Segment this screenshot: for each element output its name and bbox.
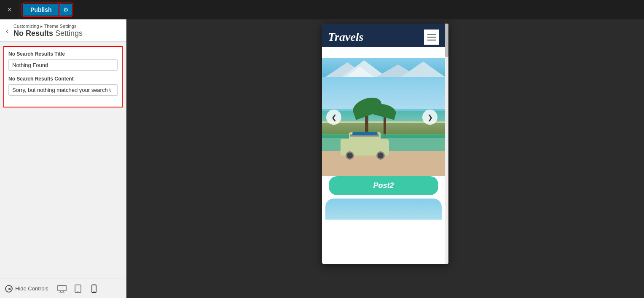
- breadcrumb-theme-settings[interactable]: Theme Settings: [44, 24, 76, 29]
- page-title: No Results Settings: [13, 29, 83, 38]
- device-icons: [56, 283, 100, 295]
- sidebar-header: ‹ Customizing ▸ Theme Settings No Result…: [0, 19, 126, 42]
- scrollbar-thumb: [445, 24, 448, 57]
- close-icon: ×: [7, 5, 12, 14]
- tablet-view-button[interactable]: [72, 283, 84, 295]
- svg-rect-0: [58, 285, 66, 291]
- preview-header: Travels: [322, 24, 445, 47]
- preview-area: Travels transport: [126, 19, 644, 298]
- back-icon: ‹: [6, 27, 8, 35]
- breadcrumb-customizing[interactable]: Customizing: [13, 24, 39, 29]
- palm-tree-2: [384, 105, 386, 138]
- gear-icon: ⚙: [63, 6, 69, 13]
- hide-controls-label: Hide Controls: [15, 285, 48, 292]
- mobile-preview-frame: Travels transport: [322, 24, 448, 264]
- breadcrumb-separator-icon: ▸: [40, 24, 43, 29]
- hide-controls-icon: ◀: [5, 285, 13, 293]
- van: [341, 137, 391, 160]
- preview-scrollbar[interactable]: [445, 24, 448, 264]
- post-caption-text: Post2: [373, 181, 394, 190]
- close-button[interactable]: ×: [0, 0, 19, 19]
- preview-logo: Travels: [328, 30, 364, 44]
- settings-panel: No Search Results Title No Search Result…: [3, 46, 123, 107]
- sidebar: ‹ Customizing ▸ Theme Settings No Result…: [0, 19, 126, 298]
- preview-slider: ❮ ❯: [322, 58, 445, 176]
- content-input[interactable]: [8, 84, 118, 96]
- content-field-label: No Search Results Content: [8, 76, 118, 82]
- preview-content: Travels transport: [322, 24, 445, 220]
- page-title-text: No Results Settings: [13, 29, 83, 38]
- svg-point-7: [94, 291, 94, 292]
- nav-link[interactable]: transport: [322, 47, 445, 58]
- breadcrumb: Customizing ▸ Theme Settings: [13, 24, 83, 29]
- next-post-preview: [325, 199, 442, 220]
- title-input[interactable]: [8, 59, 118, 71]
- back-button[interactable]: ‹: [6, 26, 11, 36]
- slider-next-button[interactable]: ❯: [422, 110, 437, 125]
- desktop-view-button[interactable]: [56, 283, 68, 295]
- publish-settings-button[interactable]: ⚙: [59, 4, 72, 16]
- sidebar-header-text: Customizing ▸ Theme Settings No Results …: [13, 24, 83, 38]
- publish-area: Publish ⚙: [23, 4, 72, 16]
- publish-button[interactable]: Publish: [23, 4, 59, 16]
- content-field-group: No Search Results Content: [8, 76, 118, 96]
- title-field-group: No Search Results Title: [8, 51, 118, 71]
- menu-icon[interactable]: [424, 30, 439, 45]
- mobile-view-button[interactable]: [88, 283, 100, 295]
- top-bar: × Publish ⚙: [0, 0, 644, 19]
- main-layout: ‹ Customizing ▸ Theme Settings No Result…: [0, 19, 644, 298]
- post-caption: Post2: [329, 176, 438, 195]
- svg-point-5: [78, 291, 78, 292]
- title-field-label: No Search Results Title: [8, 51, 118, 57]
- post-caption-wrapper: Post2: [325, 176, 442, 195]
- bottom-bar: ◀ Hide Controls: [0, 279, 126, 298]
- slider-prev-button[interactable]: ❮: [326, 110, 341, 125]
- hide-controls-button[interactable]: ◀ Hide Controls: [5, 285, 48, 293]
